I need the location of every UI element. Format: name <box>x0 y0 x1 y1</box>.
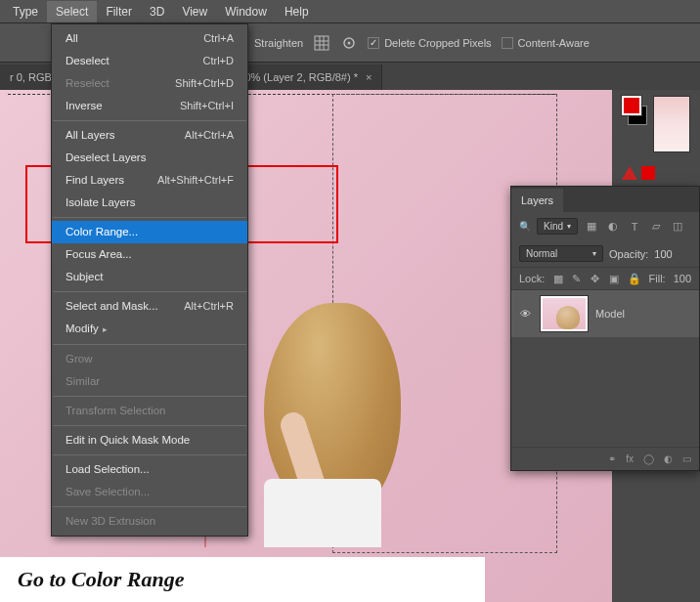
menu-item-shortcut: Alt+Ctrl+A <box>185 127 234 144</box>
menu-item-label: Find Layers <box>66 172 124 189</box>
menu-separator <box>53 506 246 507</box>
menu-view[interactable]: View <box>173 1 216 22</box>
filter-adjust-icon[interactable]: ◐ <box>605 219 621 235</box>
content-aware-label: Content-Aware <box>518 37 590 49</box>
menu-item-label: Load Selection... <box>66 461 150 478</box>
select-menu-dropdown: AllCtrl+ADeselectCtrl+DReselectShift+Ctr… <box>51 23 248 537</box>
fill-value[interactable]: 100 <box>674 273 691 284</box>
menu-item-color-range[interactable]: Color Range... <box>52 221 247 243</box>
menu-item-save-selection: Save Selection... <box>52 481 247 503</box>
menu-item-label: Isolate Layers <box>66 194 136 211</box>
tab-layers[interactable]: Layers <box>511 189 563 212</box>
photo-subject <box>235 293 411 547</box>
menu-item-isolate-layers[interactable]: Isolate Layers <box>52 192 247 214</box>
color-ramp[interactable] <box>653 96 690 152</box>
foreground-background-swatch[interactable] <box>622 96 647 125</box>
menu-item-transform-selection: Transform Selection <box>52 400 247 422</box>
menu-item-all[interactable]: AllCtrl+A <box>52 27 247 50</box>
grid-icon[interactable] <box>313 34 330 52</box>
filter-shape-icon[interactable]: ▱ <box>648 219 664 235</box>
layer-thumbnail[interactable] <box>541 296 588 331</box>
menu-separator <box>53 291 246 292</box>
tutorial-caption-text: Go to Color Range <box>18 567 185 592</box>
menu-help[interactable]: Help <box>276 1 318 22</box>
layers-panel: Layers 🔍 Kind▾ ▦ ◐ T ▱ ◫ Normal▾ Opacity… <box>510 186 700 471</box>
menu-item-label: All Layers <box>66 127 115 144</box>
menu-window[interactable]: Window <box>216 1 276 22</box>
swatch-red[interactable] <box>641 166 655 180</box>
menu-item-label: Inverse <box>66 98 103 114</box>
menu-item-edit-in-quick-mask-mode[interactable]: Edit in Quick Mask Mode <box>52 429 247 452</box>
layer-list: 👁 Model <box>511 290 699 447</box>
menu-separator <box>53 344 246 345</box>
menu-type[interactable]: Type <box>4 1 47 22</box>
blend-mode-dropdown[interactable]: Normal▾ <box>519 245 603 262</box>
opacity-label: Opacity: <box>609 248 648 260</box>
layer-name[interactable]: Model <box>595 308 625 320</box>
svg-rect-0 <box>315 36 328 50</box>
layer-row[interactable]: 👁 Model <box>511 290 699 337</box>
opacity-value[interactable]: 100 <box>654 248 672 260</box>
gear-icon[interactable] <box>340 34 358 52</box>
menu-item-grow: Grow <box>52 348 247 370</box>
menu-item-shortcut: Shift+Ctrl+I <box>180 98 234 114</box>
menu-item-label: All <box>66 30 78 47</box>
menu-item-label: Select and Mask... <box>66 298 158 315</box>
lock-all-icon[interactable]: 🔒 <box>628 272 641 285</box>
menu-item-label: Transform Selection <box>66 403 165 419</box>
menu-item-deselect-layers[interactable]: Deselect Layers <box>52 147 247 169</box>
lock-artboard-icon[interactable]: ▣ <box>608 272 619 285</box>
lock-position-icon[interactable]: ✥ <box>590 272 600 285</box>
menu-item-modify[interactable]: Modify <box>52 318 247 341</box>
blend-row: Normal▾ Opacity: 100 <box>511 240 699 268</box>
menu-select[interactable]: Select <box>47 1 97 22</box>
lock-transparent-icon[interactable]: ▩ <box>552 272 563 285</box>
lock-brush-icon[interactable]: ✎ <box>571 272 582 285</box>
filter-kind-dropdown[interactable]: Kind▾ <box>537 218 578 235</box>
visibility-toggle-icon[interactable]: 👁 <box>517 308 533 320</box>
menu-item-inverse[interactable]: InverseShift+Ctrl+I <box>52 95 247 117</box>
menu-item-label: New 3D Extrusion <box>66 513 155 530</box>
menu-item-load-selection[interactable]: Load Selection... <box>52 458 247 481</box>
menu-item-deselect[interactable]: DeselectCtrl+D <box>52 50 247 72</box>
menu-item-shortcut: Alt+Ctrl+R <box>184 298 234 315</box>
menu-item-label: Color Range... <box>66 224 138 240</box>
menu-item-focus-area[interactable]: Focus Area... <box>52 243 247 266</box>
layer-fx-icon[interactable]: fx <box>626 453 634 464</box>
svg-point-6 <box>348 41 351 44</box>
menu-separator <box>53 454 246 455</box>
menu-item-new-3d-extrusion: New 3D Extrusion <box>52 510 247 533</box>
menu-3d[interactable]: 3D <box>141 1 173 22</box>
menu-item-label: Deselect <box>66 53 109 69</box>
close-icon[interactable]: × <box>366 71 372 83</box>
menu-filter[interactable]: Filter <box>97 1 141 22</box>
menu-item-label: Modify <box>66 321 108 338</box>
menu-item-all-layers[interactable]: All LayersAlt+Ctrl+A <box>52 124 247 147</box>
filter-type-icon[interactable]: T <box>627 219 642 235</box>
menu-item-label: Reselect <box>66 75 109 92</box>
filter-smart-icon[interactable]: ◫ <box>670 219 685 235</box>
menu-item-similar: Similar <box>52 370 247 393</box>
link-layers-icon[interactable]: ⚭ <box>608 453 616 464</box>
new-group-icon[interactable]: ▭ <box>682 453 691 464</box>
menu-separator <box>53 396 246 397</box>
delete-cropped-checkbox[interactable]: ✓Delete Cropped Pixels <box>368 37 491 49</box>
menu-item-label: Edit in Quick Mask Mode <box>66 432 190 449</box>
menu-item-label: Grow <box>66 351 92 367</box>
menu-item-subject[interactable]: Subject <box>52 266 247 288</box>
add-mask-icon[interactable]: ◯ <box>643 453 654 464</box>
menu-item-label: Similar <box>66 373 100 390</box>
mini-swatches <box>612 162 700 184</box>
menu-item-find-layers[interactable]: Find LayersAlt+Shift+Ctrl+F <box>52 169 247 192</box>
menu-separator <box>53 425 246 426</box>
fill-label: Fill: <box>649 273 666 284</box>
new-fill-adjust-icon[interactable]: ◐ <box>664 453 673 464</box>
menu-separator <box>53 217 246 218</box>
menu-item-label: Focus Area... <box>66 246 132 263</box>
filter-pixel-icon[interactable]: ▦ <box>584 219 599 235</box>
menu-item-select-and-mask[interactable]: Select and Mask...Alt+Ctrl+R <box>52 295 247 318</box>
menu-item-shortcut: Ctrl+D <box>203 53 234 69</box>
menu-item-shortcut: Ctrl+A <box>203 30 234 47</box>
straighten-button[interactable]: Straighten <box>254 37 303 49</box>
content-aware-checkbox[interactable]: Content-Aware <box>502 37 590 49</box>
